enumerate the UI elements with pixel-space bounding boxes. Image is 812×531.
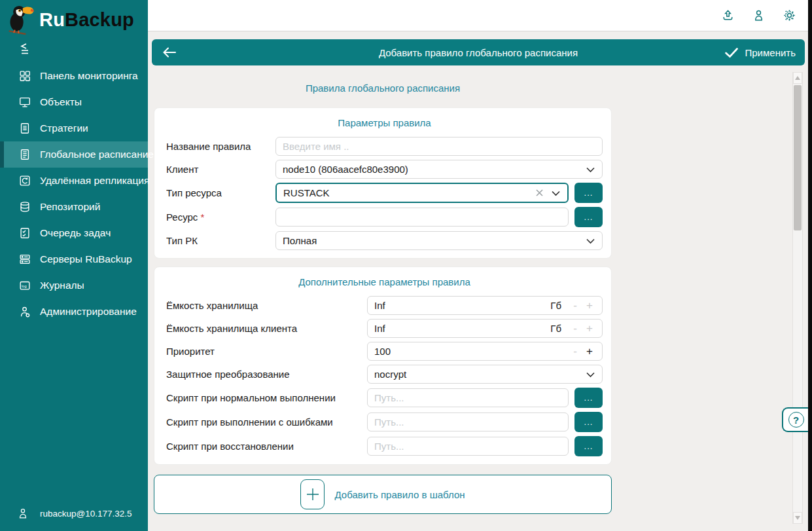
section-title: Правила глобального расписания	[154, 82, 612, 94]
resource-input[interactable]	[275, 208, 569, 227]
screen-edge-strip	[808, 0, 812, 531]
sidebar-item-remote-replication[interactable]: Удалённая репликация	[0, 168, 148, 194]
sidebar-item-monitoring[interactable]: Панель мониторинга	[0, 63, 148, 89]
rule-name-input[interactable]	[275, 137, 603, 156]
sidebar-item-task-queue[interactable]: Очередь задач	[0, 220, 148, 246]
script-error-browse-button[interactable]: ...	[574, 412, 603, 432]
rk-type-value: Полная	[283, 235, 317, 246]
add-rule-to-template-button[interactable]: Добавить правило в шаблон	[154, 475, 612, 514]
action-bar: Добавить правило глобального расписания …	[152, 39, 805, 65]
sidebar-item-repository[interactable]: Репозиторий	[0, 194, 148, 220]
chevron-down-icon	[552, 191, 560, 196]
database-icon	[18, 200, 31, 213]
rk-type-select[interactable]: Полная	[275, 231, 603, 250]
resource-type-label: Тип ресурса	[166, 187, 275, 198]
script-ok-label: Скрипт при нормальном выполнении	[166, 392, 367, 403]
increment-button[interactable]: +	[585, 299, 594, 312]
sidebar-item-label: Стратегии	[40, 122, 88, 134]
client-select[interactable]: node10 (806aacefc80e3900)	[275, 160, 603, 179]
crypto-value: nocrypt	[374, 369, 406, 380]
script-error-row: Скрипт при выполнении с ошибками ...	[166, 412, 603, 432]
crypto-select[interactable]: nocrypt	[367, 365, 603, 384]
decrement-button[interactable]: -	[571, 299, 580, 312]
apply-button[interactable]: Применить	[724, 47, 796, 58]
sidebar-item-label: Удалённая репликация	[40, 175, 149, 187]
rule-name-label: Название правила	[166, 141, 275, 152]
vertical-scrollbar[interactable]	[792, 72, 803, 524]
increment-button[interactable]: +	[585, 345, 594, 358]
script-error-input[interactable]	[367, 412, 569, 431]
apply-label: Применить	[745, 47, 796, 58]
unit-label: Гб	[550, 300, 561, 311]
rule-params-card: Параметры правила Название правила Клиен…	[154, 107, 612, 259]
client-capacity-stepper: Гб - +	[367, 319, 603, 338]
task-queue-icon	[18, 227, 31, 240]
decrement-button[interactable]: -	[571, 322, 580, 335]
script-restore-input[interactable]	[367, 437, 569, 456]
priority-input[interactable]	[368, 346, 571, 357]
scroll-up-button[interactable]	[793, 72, 802, 84]
sidebar-item-label: Журналы	[40, 280, 84, 291]
script-ok-input[interactable]	[367, 388, 569, 407]
chevron-down-icon	[586, 238, 595, 244]
client-label: Клиент	[166, 164, 275, 175]
resource-type-browse-button[interactable]: ...	[574, 183, 603, 203]
sidebar-item-strategies[interactable]: Стратегии	[0, 115, 148, 141]
document-icon	[18, 122, 31, 135]
decrement-button[interactable]: -	[571, 345, 580, 358]
help-button[interactable]: ?	[782, 407, 809, 432]
storage-capacity-input[interactable]	[368, 300, 550, 311]
upload-icon[interactable]	[721, 9, 735, 22]
sidebar-item-label: Очередь задач	[40, 227, 111, 239]
monitor-icon	[18, 96, 31, 109]
sidebar-item-label: Администрирование	[40, 306, 137, 318]
sidebar-item-objects[interactable]: Объекты	[0, 89, 148, 115]
scroll-down-button[interactable]	[793, 512, 802, 524]
dashboard-icon	[18, 69, 31, 82]
sidebar-item-administration[interactable]: Администрирование	[0, 299, 148, 325]
sidebar-item-global-schedule[interactable]: Глобальное расписание	[0, 141, 148, 168]
script-restore-browse-button[interactable]: ...	[574, 436, 603, 456]
rule-name-row: Название правила	[166, 137, 603, 156]
admin-icon	[18, 305, 31, 318]
servers-icon	[18, 253, 31, 266]
client-value: node10 (806aacefc80e3900)	[283, 164, 408, 175]
clear-icon[interactable]	[535, 189, 544, 197]
script-error-label: Скрипт при выполнении с ошибками	[166, 416, 367, 428]
current-user[interactable]: rubackup@10.177.32.5	[0, 507, 148, 531]
question-mark-icon: ?	[788, 412, 804, 428]
sidebar-item-label: Репозиторий	[40, 201, 100, 213]
script-ok-row: Скрипт при нормальном выполнении ...	[166, 388, 603, 408]
required-mark: *	[201, 211, 205, 223]
sidebar-item-label: Объекты	[40, 96, 82, 108]
chevron-down-icon	[586, 372, 595, 378]
increment-button[interactable]: +	[585, 322, 594, 335]
resource-type-combobox[interactable]: RUSTACK	[275, 183, 569, 203]
client-capacity-input[interactable]	[368, 323, 550, 334]
sidebar-item-servers[interactable]: Серверы RuBackup	[0, 246, 148, 272]
client-capacity-label: Ёмкость хранилища клиента	[166, 323, 367, 334]
crypto-label: Защитное преобразование	[166, 369, 367, 380]
scrollbar-thumb[interactable]	[794, 85, 802, 230]
resource-row: Ресурс * ...	[166, 207, 603, 227]
svg-text:log: log	[22, 284, 27, 288]
main-content: Добавить правило глобального расписания …	[148, 31, 812, 531]
sidebar-collapse-icon[interactable]	[18, 42, 33, 56]
schedule-icon	[18, 148, 31, 161]
resource-browse-button[interactable]: ...	[574, 207, 603, 227]
rk-type-label: Тип РК	[166, 235, 275, 246]
priority-stepper: - +	[367, 342, 603, 361]
back-arrow-icon[interactable]	[161, 45, 178, 60]
storage-capacity-row: Ёмкость хранилища Гб - +	[166, 296, 603, 315]
user-address: rubackup@10.177.32.5	[40, 509, 132, 519]
settings-gear-icon[interactable]	[783, 9, 796, 22]
user-icon	[17, 507, 29, 519]
page-title: Добавить правило глобального расписания	[152, 47, 805, 58]
sidebar-item-logs[interactable]: log Журналы	[0, 272, 148, 299]
user-profile-icon[interactable]	[752, 9, 766, 22]
client-capacity-row: Ёмкость хранилища клиента Гб - +	[166, 319, 603, 338]
additional-params-card: Дополнительные параметры правила Ёмкость…	[154, 266, 612, 465]
additional-params-title: Дополнительные параметры правила	[166, 276, 603, 287]
script-ok-browse-button[interactable]: ...	[574, 388, 603, 408]
storage-capacity-label: Ёмкость хранилища	[166, 300, 367, 311]
